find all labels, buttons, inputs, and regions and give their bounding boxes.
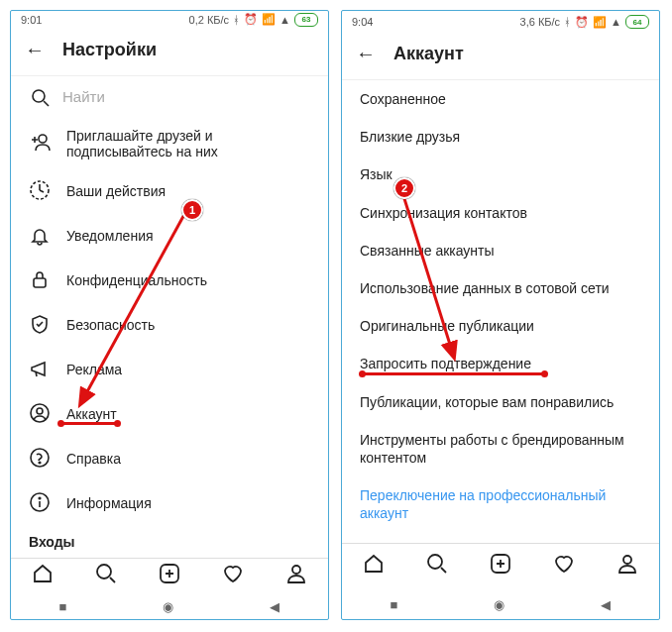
status-time: 9:01 [21,14,42,26]
status-net: 3,6 КБ/с [520,16,561,28]
search-placeholder: Найти [62,88,105,105]
search-icon [29,86,51,108]
page-title: Настройки [62,40,157,60]
shield-icon [29,313,51,338]
svg-point-28 [623,556,631,564]
svg-point-0 [33,90,45,102]
annotation-underline [60,422,118,425]
header: ← Аккаунт [342,33,659,80]
annotation-badge-2: 2 [393,177,415,199]
user-circle-icon [29,402,51,427]
svg-line-7 [40,190,44,192]
acct-switch-pro-link[interactable]: Переключение на профессиональный аккаунт [342,476,659,532]
svg-point-10 [37,408,43,414]
svg-line-17 [110,578,115,582]
back-icon[interactable]: ← [356,43,376,65]
sys-recent[interactable]: ■ [59,599,67,614]
menu-privacy[interactable]: Конфиденциальность [11,259,328,303]
bottom-nav [342,543,659,589]
svg-point-15 [39,497,41,499]
account-screen: 9:04 3,6 КБ/с ᚼ ⏰ 📶 ▲ 64 ← Аккаунт Сохра… [341,10,660,620]
sys-recent[interactable]: ■ [391,597,398,612]
sys-home[interactable]: ◉ [163,599,173,614]
wifi-icon: ▲ [611,16,621,28]
menu-label: Конфиденциальность [66,272,207,288]
nav-add[interactable] [489,552,512,581]
menu-label: Информация [66,495,152,511]
acct-cellular-data[interactable]: Использование данных в сотовой сети [342,269,659,307]
statusbar: 9:04 3,6 КБ/с ᚼ ⏰ 📶 ▲ 64 [342,11,659,33]
svg-point-21 [292,566,300,574]
system-nav: ■ ◉ ◀ [342,589,659,619]
menu-label: Уведомления [66,228,154,244]
section-logins: Входы [11,526,328,558]
search-input[interactable]: Найти [11,76,328,118]
signal-icon: 📶 [593,16,607,29]
wifi-icon: ▲ [280,14,290,26]
acct-linked[interactable]: Связанные аккаунты [342,232,659,269]
annotation-underline [362,372,545,375]
acct-contacts-sync[interactable]: Синхронизация контактов [342,194,659,232]
acct-language[interactable]: Язык [342,156,659,193]
nav-search[interactable] [425,552,449,581]
sys-back[interactable]: ◀ [601,597,611,612]
page-title: Аккаунт [393,44,464,64]
lock-icon [29,268,51,293]
menu-help[interactable]: Справка [11,437,328,481]
status-net: 0,2 КБ/с [189,14,230,26]
alarm-icon: ⏰ [575,16,589,29]
menu-label: Безопасность [66,317,155,333]
bluetooth-icon: ᚼ [564,16,571,28]
menu-info[interactable]: Информация [11,481,328,526]
menu-label: Ваши действия [66,183,166,199]
nav-home[interactable] [362,552,386,581]
nav-home[interactable] [31,562,55,591]
nav-search[interactable] [94,562,118,591]
acct-close-friends[interactable]: Близкие друзья [342,118,659,156]
status-time: 9:04 [352,16,373,28]
acct-liked-posts[interactable]: Публикации, которые вам понравились [342,383,659,421]
battery-icon: 64 [625,15,649,29]
activity-icon [29,179,51,204]
svg-line-24 [441,568,446,573]
nav-profile[interactable] [284,562,308,591]
menu-label: Приглашайте друзей и подписывайтесь на н… [66,128,310,159]
sys-home[interactable]: ◉ [494,597,504,612]
bluetooth-icon: ᚼ [233,14,240,26]
statusbar: 9:01 0,2 КБ/с ᚼ ⏰ 📶 ▲ 63 [11,11,328,29]
menu-security[interactable]: Безопасность [11,303,328,348]
sys-back[interactable]: ◀ [270,599,280,614]
svg-point-2 [39,135,47,143]
menu-label: Реклама [66,362,122,377]
nav-profile[interactable] [616,552,639,581]
acct-request-verification[interactable]: Запросить подтверждение [342,345,659,382]
back-icon[interactable]: ← [25,39,45,61]
svg-point-16 [97,565,111,579]
acct-original-posts[interactable]: Оригинальные публикации [342,307,659,345]
svg-line-1 [44,101,49,106]
bottom-nav [11,558,328,595]
menu-notifications[interactable]: Уведомления [11,214,328,259]
add-user-icon [29,131,51,156]
nav-likes[interactable] [221,562,245,591]
nav-likes[interactable] [552,552,576,581]
menu-label: Аккаунт [66,406,117,422]
help-icon [29,447,51,472]
nav-add[interactable] [158,562,181,591]
system-nav: ■ ◉ ◀ [11,595,328,619]
acct-saved[interactable]: Сохраненное [342,80,659,118]
annotation-badge-1: 1 [181,199,203,221]
svg-point-12 [39,462,41,464]
menu-ads[interactable]: Реклама [11,348,328,392]
info-icon [29,491,51,516]
menu-invite-friends[interactable]: Приглашайте друзей и подписывайтесь на н… [11,118,328,169]
menu-account[interactable]: Аккаунт [11,392,328,437]
menu-activity[interactable]: Ваши действия [11,169,328,214]
acct-branded-tools[interactable]: Инструменты работы с брендированным конт… [342,421,659,476]
menu-label: Справка [66,451,121,467]
bell-icon [29,224,51,249]
signal-icon: 📶 [262,13,276,26]
svg-rect-8 [34,278,46,287]
battery-icon: 63 [294,13,318,27]
header: ← Настройки [11,29,328,76]
